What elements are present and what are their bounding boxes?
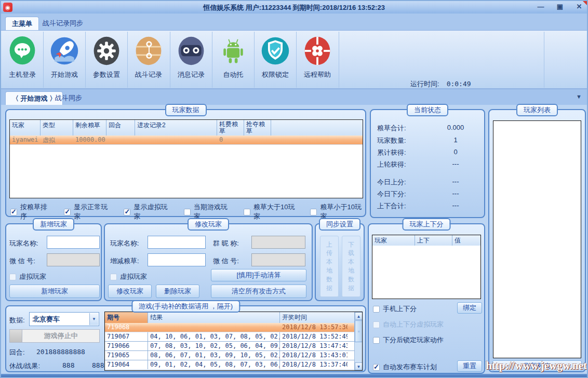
corner-badge xyxy=(583,1,587,5)
modify-virtual-checkbox[interactable]: 虚拟玩家 xyxy=(110,272,147,281)
reset-button[interactable]: 重置 xyxy=(457,360,482,372)
clover-cross-icon xyxy=(302,60,333,69)
auto-pilot-button[interactable]: 自动托 xyxy=(212,33,254,88)
add-player-button[interactable]: 新增玩家 xyxy=(9,285,100,298)
runtime-display: 运行时间:0:0:49 xyxy=(410,79,471,89)
game-select[interactable]: 北京赛车 ▼ xyxy=(29,312,99,326)
scroll-down-icon[interactable]: ▼ xyxy=(355,362,363,370)
filter-show-virtual[interactable]: 显示虚拟玩家 xyxy=(124,203,170,221)
result-value: 888 xyxy=(92,361,104,369)
lottery-row[interactable]: 719067 04, 10, 06, 01, 03, 07, 08, 05, 0… xyxy=(105,332,362,342)
score-updown-panel: 玩家上下分 玩家 上下 值 手机上下分 绑定 自动上下分虚拟玩家 下分后锁定玩家… xyxy=(368,223,485,374)
toolbar-label: 权限锁定 xyxy=(255,70,296,79)
player-table[interactable]: 玩家 类型 剩余粮草 回合 进攻记录2 耗费粮草 抢夺粮草 iyanwei 虚拟… xyxy=(9,119,363,198)
lottery-row[interactable]: 719068 2018/12/8 13:57:30 xyxy=(105,323,362,332)
modify-player-button[interactable]: 修改玩家 xyxy=(108,285,152,298)
modify-name-input[interactable] xyxy=(148,236,206,249)
col-round[interactable]: 回合 xyxy=(106,120,135,136)
clear-attacks-button[interactable]: 清空所有攻击方式 xyxy=(211,285,306,298)
player-listbox[interactable] xyxy=(493,120,581,358)
status-today-down: 今日下分:--- xyxy=(377,190,479,199)
delete-player-button[interactable]: 删除玩家 xyxy=(156,285,199,298)
upload-local-data-button[interactable]: 上传本地数据 xyxy=(320,236,339,297)
add-wechat-label: 微 信 号: xyxy=(9,256,35,266)
permission-lock-button[interactable]: 权限锁定 xyxy=(255,33,296,88)
table-row[interactable]: iyanwei 虚拟 10000.00 0 xyxy=(10,136,363,145)
toolbar-label: 消息记录 xyxy=(170,70,212,79)
tab-battle-sync[interactable]: 战斗同步 xyxy=(49,91,88,105)
col-score-player[interactable]: 玩家 xyxy=(372,235,415,246)
col-score-updown[interactable]: 上下 xyxy=(415,235,452,246)
lottery-table[interactable]: 期号 结果 开奖时间 719068 2018/12/8 13:57:30 719… xyxy=(104,312,363,371)
col-attack-record[interactable]: 进攻记录2 xyxy=(135,120,217,136)
modify-name-label: 玩家名称: xyxy=(110,239,139,248)
chat-bubble-icon xyxy=(7,60,38,69)
status-last-round-gain: 上轮获得:--- xyxy=(377,160,479,169)
filter-grain-gt10[interactable]: 粮草大于10玩家 xyxy=(244,203,297,221)
rest-result-label: 休战/战果: xyxy=(9,361,40,371)
sub-tab-bar: 〈 开始游戏 〉 战斗同步 ▼ xyxy=(1,89,587,105)
maximize-button[interactable]: ▣ xyxy=(553,2,567,11)
lock-after-down-checkbox[interactable]: 下分后锁定玩家动作 xyxy=(373,335,444,345)
modify-grain-input[interactable] xyxy=(148,253,206,266)
col-player[interactable]: 玩家 xyxy=(10,120,41,136)
col-draw-time[interactable]: 开奖时间 xyxy=(280,312,348,323)
modify-grain-label: 增减粮草: xyxy=(110,256,139,266)
panel-title: 当前状态 xyxy=(407,104,448,116)
game-status-button[interactable]: 游戏停止中 xyxy=(9,329,100,343)
status-player-count: 玩家数量:1 xyxy=(377,136,479,145)
panel-title: 玩家上下分 xyxy=(403,218,451,231)
battle-record-button[interactable]: 战斗记录 xyxy=(128,33,169,88)
panel-title: 玩家列表 xyxy=(516,104,558,116)
main-tab-bar: 主菜单 战斗记录同步 xyxy=(1,14,587,31)
lottery-row[interactable]: 719065 08, 06, 07, 01, 03, 09, 10, 05, 0… xyxy=(105,351,362,360)
rocket-icon xyxy=(49,60,80,69)
round-label: 回合: xyxy=(9,348,25,357)
remote-help-button[interactable]: 远程帮助 xyxy=(297,33,338,88)
col-score-value[interactable]: 值 xyxy=(452,235,480,246)
col-issue[interactable]: 期号 xyxy=(105,312,148,323)
col-grain-loot[interactable]: 抢夺粮草 xyxy=(244,120,271,136)
chevron-down-icon[interactable]: ▼ xyxy=(576,93,582,100)
lottery-row[interactable]: 719066 07, 08, 03, 10, 02, 05, 06, 04, 0… xyxy=(105,342,362,351)
score-table[interactable]: 玩家 上下 值 xyxy=(372,235,481,299)
modify-wechat-input xyxy=(251,253,305,266)
mobile-updown-checkbox[interactable]: 手机上下分 xyxy=(373,304,417,314)
download-local-data-button[interactable]: 下载本地数据 xyxy=(342,236,360,297)
toolbar-label: 参数设置 xyxy=(86,70,127,79)
modify-player-panel: 修改玩家 玩家名称: 增减粮草: 虚拟玩家 修改玩家 删除玩家 群 昵 称: 微… xyxy=(104,223,313,301)
add-wechat-input xyxy=(47,253,100,266)
message-record-button[interactable]: 消息记录 xyxy=(170,33,212,88)
player-list-panel: 玩家列表 刷新列表 xyxy=(488,109,586,372)
modify-wechat-label: 微 信 号: xyxy=(213,256,239,266)
minimize-button[interactable]: — xyxy=(534,2,547,11)
col-result[interactable]: 结果 xyxy=(148,312,280,323)
auto-publish-plan-checkbox[interactable]: 自动发布赛车计划 xyxy=(373,362,437,372)
panel-title: 新增玩家 xyxy=(33,218,74,231)
add-name-input[interactable] xyxy=(47,236,100,249)
lottery-scrollbar[interactable]: ▲ ≡ ▼ xyxy=(354,312,362,370)
host-login-button[interactable]: 主机登录 xyxy=(2,33,43,88)
start-game-button[interactable]: 开始游戏 xyxy=(44,33,85,88)
round-value: 201888888888 xyxy=(36,348,85,356)
settings-button[interactable]: 参数设置 xyxy=(86,33,127,88)
col-grain-left[interactable]: 剩余粮草 xyxy=(73,120,106,136)
status-grain-total: 粮草合计:0.000 xyxy=(377,124,479,133)
chevron-down-icon[interactable]: ▼ xyxy=(89,313,98,325)
manual-settle-button[interactable]: [慎用]手动清算 xyxy=(211,269,306,281)
add-virtual-checkbox[interactable]: 虚拟玩家 xyxy=(9,272,46,281)
data-label: 数据: xyxy=(9,316,25,325)
toolbar-label: 开始游戏 xyxy=(44,70,85,79)
status-today-up: 今日上分:--- xyxy=(377,178,479,187)
auto-updown-virtual-checkbox[interactable]: 自动上下分虚拟玩家 xyxy=(373,320,444,329)
col-type[interactable]: 类型 xyxy=(41,120,73,136)
tab-main-menu[interactable]: 主菜单 xyxy=(5,17,39,30)
bind-button[interactable]: 绑定 xyxy=(457,302,482,314)
scroll-up-icon[interactable]: ▲ xyxy=(355,312,363,320)
tab-battle-record-sync[interactable]: 战斗记录同步 xyxy=(36,17,89,30)
col-grain-cost[interactable]: 耗费粮草 xyxy=(217,120,244,136)
scroll-thumb[interactable]: ≡ xyxy=(355,320,363,342)
lottery-row[interactable]: 719064 09, 01, 02, 04, 05, 08, 07, 03, 0… xyxy=(105,360,362,370)
toolbar-label: 远程帮助 xyxy=(297,70,338,79)
runtime-value: 0:0:49 xyxy=(447,80,471,88)
